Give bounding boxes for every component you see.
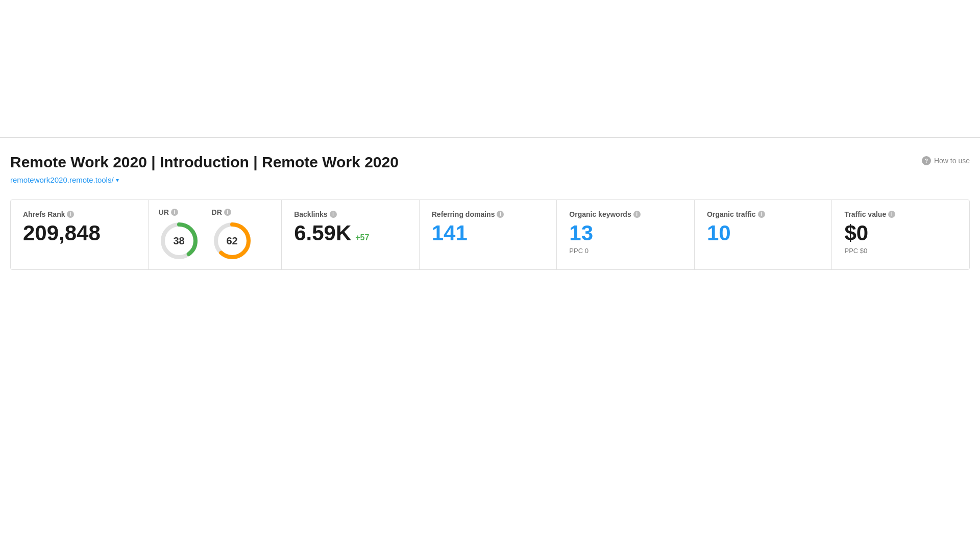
organic-keywords-ppc: PPC 0 — [569, 247, 682, 255]
backlinks-value-row: 6.59K +57 — [294, 222, 407, 244]
metric-organic-keywords: Organic keywords i 13 PPC 0 — [557, 200, 695, 269]
traffic-value-value: $0 — [844, 222, 957, 244]
ur-label: UR i — [159, 208, 178, 216]
metric-backlinks: Backlinks i 6.59K +57 — [282, 200, 420, 269]
question-icon: ? — [922, 156, 931, 165]
metric-organic-traffic: Organic traffic i 10 — [695, 200, 832, 269]
ur-info-icon[interactable]: i — [171, 209, 178, 216]
metrics-row: Ahrefs Rank i 209,848 UR i 38 — [10, 199, 970, 270]
dr-info-icon[interactable]: i — [224, 209, 231, 216]
page-url-link[interactable]: remotework2020.remote.tools/ — [10, 176, 114, 184]
metric-ahrefs-rank: Ahrefs Rank i 209,848 — [11, 200, 149, 269]
backlinks-value: 6.59K — [294, 222, 351, 244]
ahrefs-rank-label: Ahrefs Rank i — [23, 210, 136, 218]
how-to-use-label: How to use — [934, 157, 970, 165]
traffic-value-label: Traffic value i — [844, 210, 957, 218]
metric-ur-dr: UR i 38 DR i — [149, 200, 282, 269]
url-dropdown-icon[interactable]: ▾ — [116, 177, 119, 184]
traffic-value-ppc: PPC $0 — [844, 247, 957, 255]
traffic-value-info-icon[interactable]: i — [888, 211, 895, 218]
backlinks-info-icon[interactable]: i — [330, 211, 337, 218]
dr-label: DR i — [212, 208, 231, 216]
dr-donut: 62 — [212, 220, 253, 261]
backlinks-label: Backlinks i — [294, 210, 407, 218]
top-spacer — [0, 0, 980, 138]
organic-traffic-value: 10 — [707, 222, 820, 244]
metric-referring-domains: Referring domains i 141 — [420, 200, 557, 269]
dr-value: 62 — [226, 235, 237, 247]
ahrefs-rank-value: 209,848 — [23, 222, 136, 244]
metric-traffic-value: Traffic value i $0 PPC $0 — [832, 200, 969, 269]
metric-ur: UR i 38 — [159, 208, 200, 261]
backlinks-delta: +57 — [355, 233, 369, 242]
ur-donut: 38 — [159, 220, 200, 261]
organic-keywords-value: 13 — [569, 222, 682, 244]
page-url: remotework2020.remote.tools/ ▾ — [10, 176, 399, 184]
ahrefs-rank-info-icon[interactable]: i — [67, 211, 74, 218]
page-title-block: Remote Work 2020 | Introduction | Remote… — [10, 153, 399, 184]
organic-traffic-info-icon[interactable]: i — [758, 211, 765, 218]
page-title: Remote Work 2020 | Introduction | Remote… — [10, 153, 399, 171]
referring-domains-value: 141 — [432, 222, 545, 244]
organic-traffic-label: Organic traffic i — [707, 210, 820, 218]
ur-value: 38 — [173, 235, 184, 247]
organic-keywords-info-icon[interactable]: i — [633, 211, 641, 218]
organic-keywords-label: Organic keywords i — [569, 210, 682, 218]
page-header: Remote Work 2020 | Introduction | Remote… — [10, 153, 970, 184]
metric-dr: DR i 62 — [212, 208, 253, 261]
main-content: Remote Work 2020 | Introduction | Remote… — [0, 138, 980, 285]
referring-domains-info-icon[interactable]: i — [497, 211, 504, 218]
how-to-use-button[interactable]: ? How to use — [922, 156, 970, 165]
referring-domains-label: Referring domains i — [432, 210, 545, 218]
